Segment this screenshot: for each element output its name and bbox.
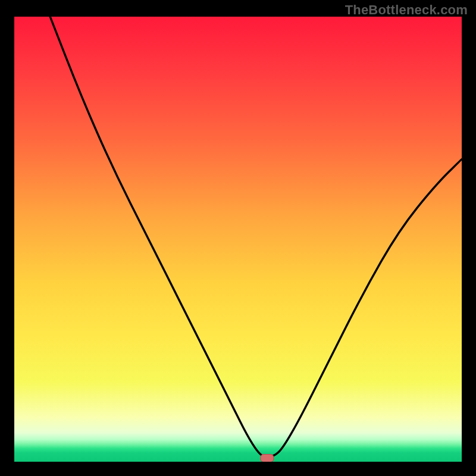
minimum-marker [261,455,274,462]
plot-area [14,17,462,462]
chart-frame: TheBottleneck.com [0,0,476,476]
curve-svg [14,17,462,462]
bottleneck-curve [50,17,462,457]
watermark-text: TheBottleneck.com [345,2,468,18]
